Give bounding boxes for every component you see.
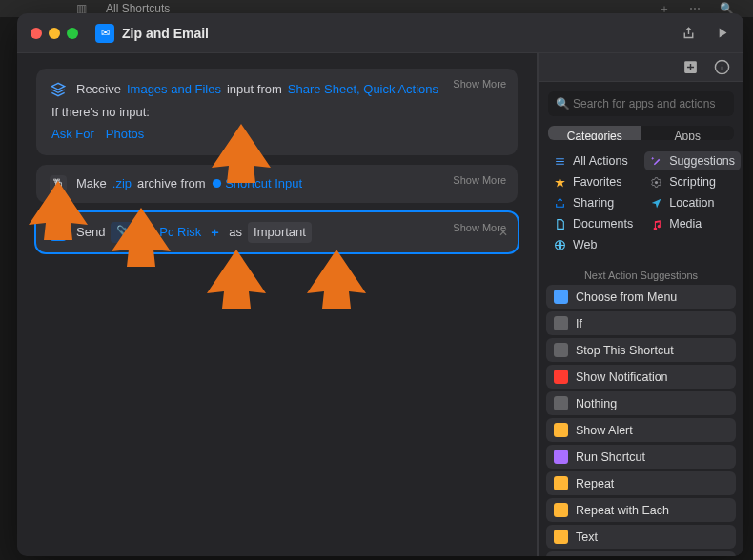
photos-param[interactable]: Photos <box>106 125 144 144</box>
svg-marker-5 <box>307 250 366 309</box>
receive-types-param[interactable]: Images and Files <box>127 80 221 99</box>
svg-marker-4 <box>207 250 266 309</box>
subject-param[interactable]: Important <box>248 222 312 243</box>
info-icon[interactable] <box>714 59 730 75</box>
window-controls[interactable] <box>31 28 78 39</box>
input-from-label: input from <box>227 80 282 99</box>
svg-point-7 <box>655 181 658 184</box>
category-web[interactable]: Web <box>548 235 639 254</box>
no-input-label: If there's no input: <box>50 105 504 119</box>
annotation-arrow <box>108 204 174 270</box>
library-sidebar: 🔍 Categories Apps All ActionsSuggestions… <box>538 53 743 556</box>
suggestion-item[interactable]: Repeat <box>546 471 736 495</box>
sidebar-toolbar <box>539 53 743 82</box>
suggestions-header: Next Action Suggestions <box>539 264 743 285</box>
category-sharing[interactable]: Sharing <box>548 193 639 212</box>
category-media[interactable]: Media <box>644 214 741 233</box>
ask-for-param[interactable]: Ask For <box>51 125 94 144</box>
library-search-input[interactable] <box>548 91 734 116</box>
receive-icon <box>50 81 67 98</box>
close-window-button[interactable] <box>31 28 42 39</box>
svg-marker-2 <box>29 181 88 240</box>
suggestion-item[interactable]: Repeat with Each <box>546 498 736 522</box>
annotation-arrow <box>208 120 275 187</box>
category-suggestions[interactable]: Suggestions <box>644 151 741 170</box>
category-favorites[interactable]: Favorites <box>548 172 639 191</box>
svg-marker-3 <box>112 208 171 267</box>
suggestion-item[interactable]: Show Notification <box>546 365 736 389</box>
share-icon[interactable] <box>681 25 697 41</box>
action-editor: Show More Receive Images and Files input… <box>17 53 538 556</box>
format-param[interactable]: .zip <box>112 174 132 193</box>
add-recipient-button[interactable]: ＋ <box>207 223 223 242</box>
run-icon[interactable] <box>714 25 730 41</box>
as-label: as <box>229 223 242 242</box>
show-more-button[interactable]: Show More <box>453 174 506 186</box>
suggestion-item[interactable]: Run Shortcut <box>546 445 736 469</box>
category-scripting[interactable]: Scripting <box>644 172 741 191</box>
suggestion-item[interactable]: Stop This Shortcut <box>546 338 736 362</box>
suggestion-item[interactable]: Show Alert <box>546 418 736 442</box>
suggestion-item[interactable]: Choose from Menu <box>546 285 736 309</box>
suggestion-item[interactable]: Nothing <box>546 391 736 415</box>
receive-label: Receive <box>76 80 121 99</box>
library-segmented-control[interactable]: Categories Apps <box>548 126 734 140</box>
category-documents[interactable]: Documents <box>548 214 639 233</box>
minimize-window-button[interactable] <box>49 28 60 39</box>
archive-from-label: archive from <box>137 174 206 193</box>
annotation-arrow <box>303 246 370 312</box>
zoom-window-button[interactable] <box>67 28 78 39</box>
category-location[interactable]: Location <box>644 193 741 212</box>
suggestions-list: Choose from MenuIfStop This ShortcutShow… <box>539 285 743 556</box>
receive-action-card[interactable]: Show More Receive Images and Files input… <box>36 69 518 155</box>
categories-tab[interactable]: Categories <box>548 126 641 140</box>
category-grid: All ActionsSuggestionsFavoritesScripting… <box>539 148 743 264</box>
annotation-arrow <box>25 177 92 244</box>
titlebar: ✉ Zip and Email <box>17 13 743 53</box>
suggestion-item[interactable]: Text <box>546 525 736 549</box>
apps-tab[interactable]: Apps <box>641 126 735 140</box>
search-icon: 🔍 <box>556 97 570 110</box>
add-to-library-icon[interactable] <box>682 59 699 75</box>
category-all-actions[interactable]: All Actions <box>548 151 639 170</box>
suggestion-item[interactable]: If <box>546 311 736 335</box>
show-more-button[interactable]: Show More <box>453 78 506 90</box>
suggestion-item[interactable]: Send Email <box>546 551 736 556</box>
shortcut-icon: ✉ <box>95 24 114 43</box>
svg-marker-1 <box>212 124 271 183</box>
make-archive-action-card[interactable]: Show More 🗜 Make .zip archive from Short… <box>36 165 518 203</box>
remove-action-button[interactable]: ✕ <box>499 226 508 239</box>
receive-sources-param[interactable]: Share Sheet, Quick Actions <box>288 80 438 99</box>
annotation-arrow <box>203 246 270 312</box>
shortcut-title[interactable]: Zip and Email <box>122 26 209 41</box>
shortcut-editor-window: ✉ Zip and Email Show More Receive Images… <box>17 13 743 556</box>
